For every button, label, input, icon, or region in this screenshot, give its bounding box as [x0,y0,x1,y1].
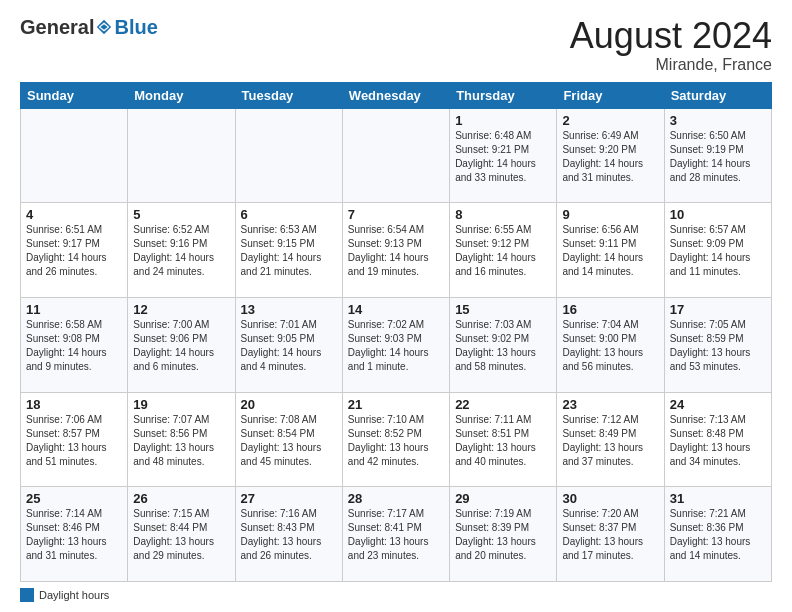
legend-box [20,588,34,602]
day-number: 20 [241,397,337,412]
day-number: 28 [348,491,444,506]
day-number: 25 [26,491,122,506]
day-number: 17 [670,302,766,317]
calendar-cell: 2Sunrise: 6:49 AM Sunset: 9:20 PM Daylig… [557,108,664,203]
day-info: Sunrise: 7:05 AM Sunset: 8:59 PM Dayligh… [670,318,766,374]
calendar-cell: 4Sunrise: 6:51 AM Sunset: 9:17 PM Daylig… [21,203,128,298]
title-area: August 2024 Mirande, France [570,16,772,74]
day-number: 3 [670,113,766,128]
day-info: Sunrise: 7:19 AM Sunset: 8:39 PM Dayligh… [455,507,551,563]
day-number: 24 [670,397,766,412]
page: General Blue August 2024 Mirande, France… [0,0,792,612]
calendar-week-4: 18Sunrise: 7:06 AM Sunset: 8:57 PM Dayli… [21,392,772,487]
calendar-week-5: 25Sunrise: 7:14 AM Sunset: 8:46 PM Dayli… [21,487,772,582]
day-info: Sunrise: 7:17 AM Sunset: 8:41 PM Dayligh… [348,507,444,563]
calendar-week-1: 1Sunrise: 6:48 AM Sunset: 9:21 PM Daylig… [21,108,772,203]
calendar-cell: 18Sunrise: 7:06 AM Sunset: 8:57 PM Dayli… [21,392,128,487]
day-info: Sunrise: 6:49 AM Sunset: 9:20 PM Dayligh… [562,129,658,185]
calendar-cell: 10Sunrise: 6:57 AM Sunset: 9:09 PM Dayli… [664,203,771,298]
day-info: Sunrise: 6:58 AM Sunset: 9:08 PM Dayligh… [26,318,122,374]
calendar-cell: 25Sunrise: 7:14 AM Sunset: 8:46 PM Dayli… [21,487,128,582]
calendar-cell: 23Sunrise: 7:12 AM Sunset: 8:49 PM Dayli… [557,392,664,487]
day-info: Sunrise: 7:15 AM Sunset: 8:44 PM Dayligh… [133,507,229,563]
day-info: Sunrise: 7:12 AM Sunset: 8:49 PM Dayligh… [562,413,658,469]
day-info: Sunrise: 7:04 AM Sunset: 9:00 PM Dayligh… [562,318,658,374]
day-header-thursday: Thursday [450,82,557,108]
day-number: 5 [133,207,229,222]
day-number: 26 [133,491,229,506]
day-info: Sunrise: 7:11 AM Sunset: 8:51 PM Dayligh… [455,413,551,469]
day-info: Sunrise: 7:16 AM Sunset: 8:43 PM Dayligh… [241,507,337,563]
calendar-cell: 13Sunrise: 7:01 AM Sunset: 9:05 PM Dayli… [235,297,342,392]
day-number: 19 [133,397,229,412]
logo-icon [95,18,113,36]
day-number: 18 [26,397,122,412]
day-header-monday: Monday [128,82,235,108]
day-number: 21 [348,397,444,412]
logo-general: General [20,16,94,39]
day-header-sunday: Sunday [21,82,128,108]
day-info: Sunrise: 7:14 AM Sunset: 8:46 PM Dayligh… [26,507,122,563]
calendar-cell: 9Sunrise: 6:56 AM Sunset: 9:11 PM Daylig… [557,203,664,298]
calendar-cell: 17Sunrise: 7:05 AM Sunset: 8:59 PM Dayli… [664,297,771,392]
day-number: 2 [562,113,658,128]
calendar-cell: 22Sunrise: 7:11 AM Sunset: 8:51 PM Dayli… [450,392,557,487]
day-number: 23 [562,397,658,412]
legend-label: Daylight hours [39,589,109,601]
day-number: 6 [241,207,337,222]
day-number: 1 [455,113,551,128]
day-number: 12 [133,302,229,317]
day-number: 10 [670,207,766,222]
calendar-cell: 7Sunrise: 6:54 AM Sunset: 9:13 PM Daylig… [342,203,449,298]
day-number: 16 [562,302,658,317]
day-info: Sunrise: 6:48 AM Sunset: 9:21 PM Dayligh… [455,129,551,185]
day-number: 15 [455,302,551,317]
day-number: 7 [348,207,444,222]
calendar-cell: 12Sunrise: 7:00 AM Sunset: 9:06 PM Dayli… [128,297,235,392]
main-title: August 2024 [570,16,772,56]
day-number: 27 [241,491,337,506]
calendar-cell: 30Sunrise: 7:20 AM Sunset: 8:37 PM Dayli… [557,487,664,582]
subtitle: Mirande, France [570,56,772,74]
day-info: Sunrise: 7:20 AM Sunset: 8:37 PM Dayligh… [562,507,658,563]
calendar-cell [128,108,235,203]
day-number: 8 [455,207,551,222]
day-number: 29 [455,491,551,506]
day-info: Sunrise: 6:53 AM Sunset: 9:15 PM Dayligh… [241,223,337,279]
calendar-cell: 1Sunrise: 6:48 AM Sunset: 9:21 PM Daylig… [450,108,557,203]
calendar-cell: 24Sunrise: 7:13 AM Sunset: 8:48 PM Dayli… [664,392,771,487]
calendar-cell: 15Sunrise: 7:03 AM Sunset: 9:02 PM Dayli… [450,297,557,392]
day-number: 22 [455,397,551,412]
calendar-cell: 5Sunrise: 6:52 AM Sunset: 9:16 PM Daylig… [128,203,235,298]
calendar-cell: 14Sunrise: 7:02 AM Sunset: 9:03 PM Dayli… [342,297,449,392]
calendar-table: SundayMondayTuesdayWednesdayThursdayFrid… [20,82,772,582]
day-header-tuesday: Tuesday [235,82,342,108]
day-info: Sunrise: 7:13 AM Sunset: 8:48 PM Dayligh… [670,413,766,469]
calendar-cell: 31Sunrise: 7:21 AM Sunset: 8:36 PM Dayli… [664,487,771,582]
day-number: 11 [26,302,122,317]
calendar-week-3: 11Sunrise: 6:58 AM Sunset: 9:08 PM Dayli… [21,297,772,392]
calendar-cell [235,108,342,203]
day-info: Sunrise: 7:10 AM Sunset: 8:52 PM Dayligh… [348,413,444,469]
calendar-cell: 28Sunrise: 7:17 AM Sunset: 8:41 PM Dayli… [342,487,449,582]
day-header-saturday: Saturday [664,82,771,108]
day-info: Sunrise: 7:06 AM Sunset: 8:57 PM Dayligh… [26,413,122,469]
logo-blue: Blue [114,16,157,39]
day-info: Sunrise: 7:02 AM Sunset: 9:03 PM Dayligh… [348,318,444,374]
day-info: Sunrise: 6:52 AM Sunset: 9:16 PM Dayligh… [133,223,229,279]
calendar-cell: 21Sunrise: 7:10 AM Sunset: 8:52 PM Dayli… [342,392,449,487]
day-info: Sunrise: 6:54 AM Sunset: 9:13 PM Dayligh… [348,223,444,279]
day-number: 9 [562,207,658,222]
logo-text: General Blue [20,16,158,39]
day-info: Sunrise: 7:03 AM Sunset: 9:02 PM Dayligh… [455,318,551,374]
day-info: Sunrise: 7:21 AM Sunset: 8:36 PM Dayligh… [670,507,766,563]
day-info: Sunrise: 6:55 AM Sunset: 9:12 PM Dayligh… [455,223,551,279]
calendar-cell: 6Sunrise: 6:53 AM Sunset: 9:15 PM Daylig… [235,203,342,298]
day-info: Sunrise: 7:01 AM Sunset: 9:05 PM Dayligh… [241,318,337,374]
day-info: Sunrise: 6:51 AM Sunset: 9:17 PM Dayligh… [26,223,122,279]
logo: General Blue [20,16,158,39]
day-info: Sunrise: 7:08 AM Sunset: 8:54 PM Dayligh… [241,413,337,469]
day-number: 14 [348,302,444,317]
calendar-cell: 29Sunrise: 7:19 AM Sunset: 8:39 PM Dayli… [450,487,557,582]
day-number: 30 [562,491,658,506]
